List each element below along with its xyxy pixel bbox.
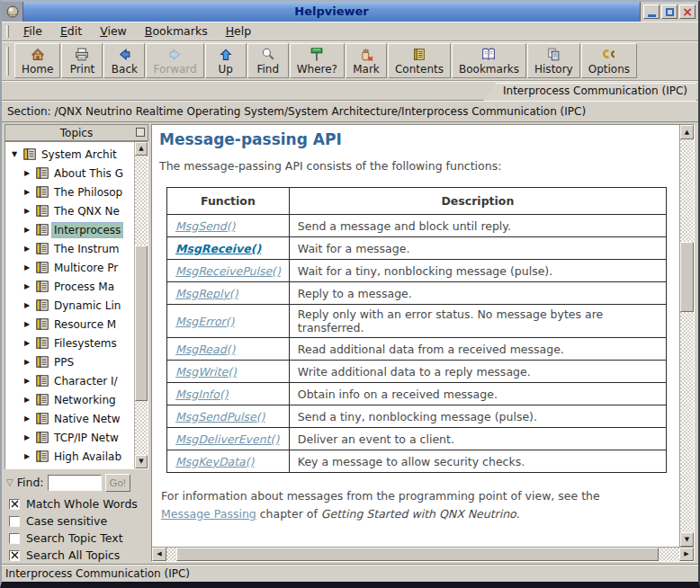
tree-scroll-down-icon[interactable]: ▼ — [135, 455, 148, 468]
contents-button[interactable]: Contents — [388, 43, 451, 78]
horizontal-scroll-track[interactable] — [166, 548, 679, 561]
maximize-button[interactable] — [661, 4, 678, 19]
history-button[interactable]: History — [527, 43, 580, 78]
function-link[interactable]: MsgReply() — [175, 287, 238, 300]
vertical-scroll-thumb[interactable] — [680, 242, 694, 313]
collapsed-arrow-icon[interactable]: ▶ — [24, 301, 35, 309]
collapsed-arrow-icon[interactable]: ▶ — [24, 320, 35, 328]
scroll-down-icon[interactable]: ▼ — [680, 532, 694, 547]
function-link[interactable]: MsgSend() — [175, 219, 235, 233]
collapsed-arrow-icon[interactable]: ▶ — [24, 245, 35, 253]
function-link[interactable]: MsgSendPulse() — [175, 410, 265, 423]
tree-item[interactable]: ▶The Instrum — [5, 239, 134, 258]
tree-item[interactable]: ▶Interprocess — [5, 220, 134, 239]
checkbox-unchecked-icon[interactable] — [9, 516, 20, 527]
expanded-arrow-icon[interactable]: ▼ — [12, 150, 22, 158]
scroll-left-icon[interactable]: ◀ — [152, 548, 166, 561]
scroll-up-icon[interactable]: ▲ — [680, 125, 694, 139]
title-bar[interactable]: Helpviewer × — [2, 2, 698, 22]
checkbox-checked-icon[interactable] — [9, 499, 20, 510]
function-link[interactable]: MsgWrite() — [175, 365, 237, 379]
tree-item[interactable]: ▶Process Ma — [5, 277, 134, 296]
tree-item[interactable]: ▶Native Netw — [5, 409, 134, 428]
tree-item[interactable]: ▶About This G — [5, 164, 134, 183]
collapsed-arrow-icon[interactable]: ▶ — [24, 226, 35, 234]
scroll-right-icon[interactable]: ▶ — [679, 548, 694, 561]
collapsed-arrow-icon[interactable]: ▶ — [24, 263, 35, 272]
collapsed-arrow-icon[interactable]: ▶ — [24, 396, 35, 404]
maximize-icon — [666, 8, 674, 16]
collapsed-arrow-icon[interactable]: ▶ — [24, 282, 35, 290]
function-link[interactable]: MsgRead() — [175, 343, 235, 356]
detach-panel-button[interactable] — [136, 128, 145, 137]
checkbox-row[interactable]: Search Topic Text — [9, 531, 148, 545]
checkbox-unchecked-icon[interactable] — [9, 533, 20, 544]
up-button[interactable]: Up — [205, 43, 247, 78]
forward-button[interactable]: Forward — [146, 43, 203, 78]
window-icon[interactable] — [2, 2, 23, 22]
collapsed-arrow-icon[interactable]: ▶ — [24, 414, 35, 423]
menu-grip[interactable] — [6, 25, 9, 38]
menu-item-edit[interactable]: Edit — [51, 22, 91, 40]
collapsed-arrow-icon[interactable]: ▶ — [24, 377, 35, 385]
checkbox-checked-icon[interactable] — [9, 550, 20, 561]
mark-button[interactable]: Mark — [346, 43, 387, 78]
collapsed-arrow-icon[interactable]: ▶ — [24, 207, 35, 215]
collapsed-arrow-icon[interactable]: ▶ — [24, 452, 35, 460]
tree-item[interactable]: ▶Multicore Pr — [5, 258, 134, 277]
function-link[interactable]: MsgError() — [175, 315, 234, 328]
tree-item[interactable]: ▶Dynamic Lin — [5, 296, 134, 315]
collapsed-arrow-icon[interactable]: ▶ — [24, 433, 35, 441]
tree-item[interactable]: ▶Character I/ — [5, 371, 134, 390]
options-button[interactable]: Options — [581, 43, 637, 78]
collapsed-arrow-icon[interactable]: ▶ — [24, 169, 35, 177]
collapsed-arrow-icon[interactable]: ▶ — [24, 339, 35, 347]
find-collapse-icon[interactable]: ▽ — [6, 477, 13, 487]
tree-item[interactable]: ▶PPS — [5, 352, 134, 371]
where-button[interactable]: Where? — [290, 43, 345, 78]
checkbox-row[interactable]: Search All Topics — [9, 548, 148, 562]
tree-item[interactable]: ▶The Philosop — [5, 183, 134, 201]
menu-item-file[interactable]: File — [14, 22, 51, 40]
home-button[interactable]: Home — [14, 43, 60, 78]
message-passing-link[interactable]: Message Passing — [161, 507, 256, 521]
collapsed-arrow-icon[interactable]: ▶ — [24, 358, 35, 366]
tree-scroll-up-icon[interactable]: ▲ — [135, 142, 148, 156]
tab-interprocess-communication[interactable]: Interprocess Communication (IPC) — [483, 83, 696, 101]
close-icon: × — [682, 5, 693, 18]
tree-item[interactable]: ▶Networking — [5, 390, 134, 409]
go-button[interactable]: Go! — [105, 474, 131, 492]
function-link[interactable]: MsgInfo() — [175, 388, 229, 401]
tree-item[interactable]: ▶Filesystems — [5, 334, 134, 352]
close-button[interactable]: × — [679, 4, 696, 19]
tree-scroll-thumb[interactable] — [135, 245, 148, 401]
tree-item[interactable]: ▶The QNX Ne — [5, 201, 134, 220]
menu-item-view[interactable]: View — [91, 22, 136, 40]
toolbar-grip[interactable] — [6, 47, 9, 76]
checkbox-row[interactable]: Match Whole Words — [9, 497, 148, 511]
horizontal-scrollbar[interactable]: ◀ ▶ — [152, 547, 694, 561]
tree-item[interactable]: ▶TCP/IP Netw — [5, 428, 134, 447]
horizontal-scroll-thumb[interactable] — [176, 548, 659, 561]
vertical-scrollbar[interactable]: ▲ ▼ — [679, 125, 694, 547]
tree-item[interactable]: ▶Resource M — [5, 315, 134, 334]
menu-item-bookmarks[interactable]: Bookmarks — [136, 22, 217, 40]
tree-item[interactable]: ▼System Archit — [5, 145, 134, 164]
checkbox-row[interactable]: Case sensitive — [9, 514, 148, 528]
find-input[interactable] — [48, 475, 102, 491]
bookmarks-button[interactable]: Bookmarks — [452, 43, 526, 78]
tree-scroll-track[interactable] — [135, 156, 148, 455]
tree-item[interactable]: ▶High Availab — [5, 447, 134, 466]
function-link[interactable]: MsgReceivePulse() — [175, 264, 281, 278]
minimize-button[interactable] — [643, 4, 660, 19]
menu-item-help[interactable]: Help — [217, 22, 261, 40]
function-link[interactable]: MsgKeyData() — [175, 455, 255, 468]
print-button[interactable]: Print — [61, 43, 103, 78]
vertical-scroll-track[interactable] — [680, 139, 694, 532]
back-button[interactable]: Back — [103, 43, 145, 78]
tree-scrollbar[interactable]: ▲ ▼ — [134, 142, 148, 468]
function-link[interactable]: MsgReceive() — [175, 242, 261, 255]
collapsed-arrow-icon[interactable]: ▶ — [24, 188, 35, 196]
find-button[interactable]: Find — [247, 43, 289, 78]
function-link[interactable]: MsgDeliverEvent() — [175, 432, 279, 446]
